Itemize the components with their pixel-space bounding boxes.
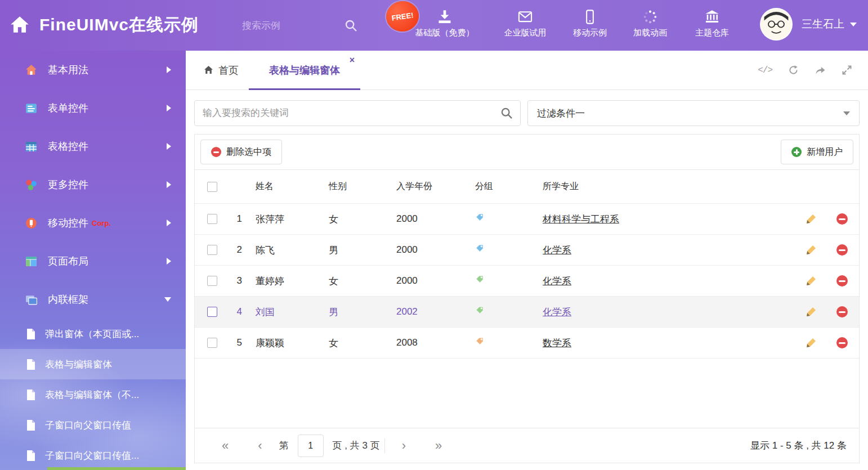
user-name: 三生石上: [802, 17, 844, 32]
sidebar-item-form-controls[interactable]: 表单控件: [0, 89, 186, 127]
first-page-button[interactable]: «: [207, 438, 243, 453]
frame-icon: [25, 293, 38, 306]
table-row[interactable]: 1 张萍萍 女 2000 材料科学与工程系: [195, 204, 859, 235]
major-link[interactable]: 化学系: [543, 276, 571, 287]
delete-button[interactable]: [825, 306, 859, 317]
row-checkbox[interactable]: [207, 214, 217, 224]
year-cell: 2008: [392, 337, 471, 348]
share-icon[interactable]: [815, 65, 826, 75]
last-page-button[interactable]: »: [420, 438, 457, 453]
sidebar-subitem-popup-window[interactable]: 弹出窗体（本页面或...: [0, 319, 186, 349]
close-icon[interactable]: ×: [350, 56, 355, 65]
add-user-button[interactable]: 新增用户: [781, 140, 853, 164]
mobile-icon: [582, 9, 598, 25]
row-checkbox[interactable]: [207, 338, 217, 348]
sidebar-item-label: 表单控件: [48, 101, 88, 115]
refresh-icon[interactable]: [788, 65, 799, 75]
search-icon[interactable]: [344, 19, 358, 33]
delete-button[interactable]: [825, 275, 859, 287]
app-header: FineUIMvc在线示例 FREE! 基础版（免费） 企业版试用: [0, 0, 868, 51]
major-link[interactable]: 化学系: [543, 307, 571, 317]
row-number: 3: [223, 275, 251, 287]
next-page-button[interactable]: ›: [387, 438, 420, 453]
tab-home[interactable]: 首页: [194, 51, 249, 89]
pager-divider: [384, 438, 385, 453]
delete-button[interactable]: [825, 213, 859, 225]
nav-enterprise-trial[interactable]: 企业版试用: [489, 9, 562, 44]
row-number: 2: [223, 244, 251, 256]
tab-grid-edit-window[interactable]: 表格与编辑窗体 ×: [249, 51, 360, 89]
select-all-checkbox[interactable]: [207, 182, 217, 192]
file-icon: [26, 359, 36, 370]
sidebar-item-mobile-controls[interactable]: 移动控件 Corp.: [0, 204, 186, 242]
file-icon: [26, 419, 36, 431]
table-row[interactable]: 4 刘国 男 2002 化学系: [195, 297, 859, 328]
user-menu[interactable]: 三生石上: [760, 8, 857, 41]
sidebar-subitem-child-to-parent-2[interactable]: 子窗口向父窗口传值...: [0, 440, 186, 470]
col-name[interactable]: 姓名: [251, 181, 324, 193]
col-group[interactable]: 分组: [471, 181, 538, 193]
row-checkbox[interactable]: [207, 276, 217, 286]
file-icon: [26, 450, 36, 462]
avatar-face-icon: [761, 9, 791, 39]
name-cell: 刘国: [251, 306, 324, 319]
header-search-input[interactable]: [242, 16, 361, 36]
edit-button[interactable]: [797, 306, 825, 317]
major-link[interactable]: 材料科学与工程系: [543, 214, 619, 225]
nav-theme-repo[interactable]: 主题仓库: [675, 9, 749, 44]
row-checkbox[interactable]: [207, 245, 217, 255]
name-cell: 康颖颖: [251, 337, 324, 350]
avatar[interactable]: [760, 8, 793, 41]
table-row[interactable]: 3 董婷婷 女 2000 化学系: [195, 266, 859, 297]
sidebar-item-table-controls[interactable]: 表格控件: [0, 127, 186, 165]
delete-button[interactable]: [825, 244, 859, 256]
edit-button[interactable]: [797, 337, 825, 348]
sidebar-subitem-grid-edit-window-2[interactable]: 表格与编辑窗体（不...: [0, 379, 186, 410]
table-row[interactable]: 5 康颖颖 女 2008 数学系: [195, 328, 859, 359]
filter-select[interactable]: 过滤条件一: [527, 100, 860, 126]
sidebar-subitem-child-to-parent-1[interactable]: 子窗口向父窗口传值: [0, 410, 186, 440]
sidebar-item-inline-frame[interactable]: 内联框架: [0, 280, 186, 319]
edit-button[interactable]: [797, 244, 825, 256]
table-icon: [25, 140, 38, 153]
major-link[interactable]: 化学系: [543, 245, 571, 256]
chevron-down-icon: [850, 23, 857, 26]
keyword-search-input[interactable]: [195, 101, 520, 126]
keyword-search: [194, 100, 521, 126]
nav-label: 移动示例: [573, 28, 607, 38]
sidebar-item-basic-usage[interactable]: 基本用法: [0, 51, 186, 89]
search-icon[interactable]: [500, 107, 513, 120]
grid-panel: 删除选中项 新增用户 姓名 性别 入学年份 分组 所学专业: [194, 134, 860, 463]
pencil-icon: [806, 306, 817, 317]
sidebar-item-more-controls[interactable]: 更多控件: [0, 165, 186, 204]
bank-icon: [704, 9, 720, 25]
col-year[interactable]: 入学年份: [392, 181, 471, 193]
source-code-icon[interactable]: </>: [758, 65, 772, 75]
delete-selected-button[interactable]: 删除选中项: [200, 140, 282, 164]
sidebar-subitem-label: 子窗口向父窗口传值: [45, 419, 131, 432]
layout-icon: [25, 255, 38, 268]
sidebar-subitem-label: 弹出窗体（本页面或...: [45, 328, 139, 341]
col-major[interactable]: 所学专业: [538, 181, 797, 193]
expand-icon[interactable]: [842, 65, 852, 75]
edit-button[interactable]: [797, 275, 825, 287]
pagination-bar: « ‹ 第 页 , 共 3 页 › » 显示 1 - 5 条 , 共 12 条: [195, 428, 859, 463]
sidebar-subitem-grid-edit-window[interactable]: 表格与编辑窗体: [0, 349, 186, 379]
nav-basic-free[interactable]: 基础版（免费）: [408, 9, 481, 44]
row-checkbox[interactable]: [207, 307, 217, 317]
prev-page-button[interactable]: ‹: [243, 438, 276, 453]
col-gender[interactable]: 性别: [324, 181, 392, 193]
gender-cell: 女: [324, 337, 392, 350]
tab-bar: 首页 表格与编辑窗体 × </>: [186, 51, 868, 90]
minus-circle-icon: [836, 337, 848, 348]
major-link[interactable]: 数学系: [543, 338, 571, 348]
table-row[interactable]: 2 陈飞 男 2000 化学系: [195, 235, 859, 266]
edit-button[interactable]: [797, 213, 825, 225]
page-number-input[interactable]: [298, 435, 324, 457]
page-prefix: 第: [279, 439, 289, 452]
sidebar-item-page-layout[interactable]: 页面布局: [0, 242, 186, 280]
delete-button[interactable]: [825, 337, 859, 348]
chevron-right-icon: [167, 66, 171, 73]
download-icon: [437, 9, 453, 25]
sidebar-subitem-label: 表格与编辑窗体（不...: [45, 388, 139, 401]
